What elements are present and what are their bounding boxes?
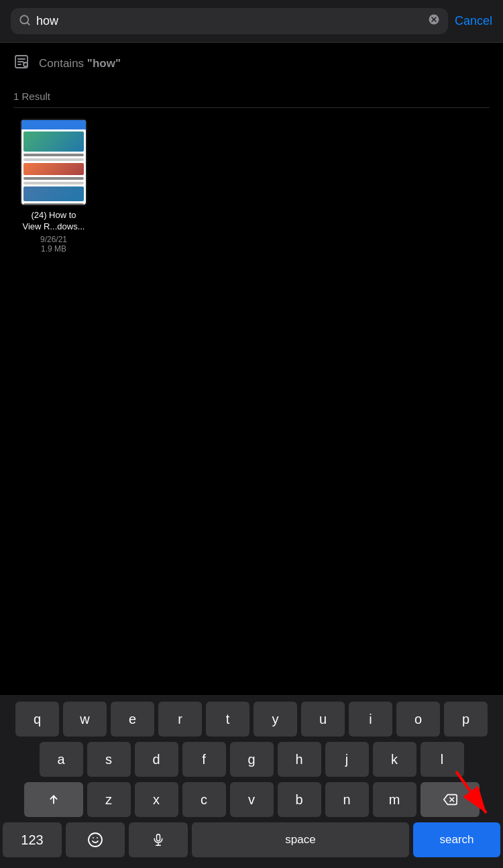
svg-line-1 <box>27 22 29 24</box>
key-v[interactable]: v <box>230 782 274 817</box>
key-a[interactable]: a <box>40 742 83 777</box>
clear-icon[interactable] <box>428 13 440 29</box>
contains-label: Contains "how" <box>39 57 121 70</box>
keyboard-row-4: 123 space search <box>3 822 500 857</box>
key-h[interactable]: h <box>278 742 321 777</box>
file-size: 1.9 MB <box>41 244 66 254</box>
keyboard-row-3: z x c v b n m <box>3 782 500 817</box>
key-e[interactable]: e <box>111 702 154 737</box>
search-input[interactable] <box>36 14 423 28</box>
key-j[interactable]: j <box>325 742 369 777</box>
key-o[interactable]: o <box>396 702 440 737</box>
file-date: 9/26/21 <box>40 235 67 244</box>
num-key[interactable]: 123 <box>3 822 62 857</box>
results-section: 1 Result (24) How toView R.. <box>0 84 503 254</box>
key-x[interactable]: x <box>135 782 178 817</box>
file-item[interactable]: (24) How toView R...dows... 9/26/21 1.9 … <box>13 119 94 254</box>
key-m[interactable]: m <box>373 782 416 817</box>
contains-icon <box>13 54 30 73</box>
key-f[interactable]: f <box>182 742 226 777</box>
file-name: (24) How toView R...dows... <box>23 210 85 233</box>
key-t[interactable]: t <box>206 702 249 737</box>
key-i[interactable]: i <box>349 702 392 737</box>
key-g[interactable]: g <box>230 742 274 777</box>
key-c[interactable]: c <box>182 782 226 817</box>
search-bar: Cancel <box>0 0 503 42</box>
key-z[interactable]: z <box>87 782 131 817</box>
svg-point-14 <box>89 833 102 847</box>
results-count: 1 Result <box>13 84 490 108</box>
key-y[interactable]: y <box>254 702 297 737</box>
mic-key[interactable] <box>129 822 188 857</box>
search-icon <box>19 14 31 29</box>
key-n[interactable]: n <box>325 782 369 817</box>
key-p[interactable]: p <box>444 702 488 737</box>
svg-rect-17 <box>157 834 160 841</box>
keyboard-row-1: q w e r t y u i o p <box>3 702 500 737</box>
keyboard: q w e r t y u i o p a s d f g h j k l z … <box>0 695 503 868</box>
contains-row[interactable]: Contains "how" <box>0 43 503 84</box>
shift-key[interactable] <box>24 782 83 817</box>
key-l[interactable]: l <box>421 742 464 777</box>
search-button[interactable]: search <box>413 822 500 857</box>
space-key[interactable]: space <box>192 822 409 857</box>
keyboard-row-2: a s d f g h j k l <box>3 742 500 777</box>
delete-key[interactable] <box>421 782 480 817</box>
key-k[interactable]: k <box>373 742 416 777</box>
key-u[interactable]: u <box>301 702 345 737</box>
key-w[interactable]: w <box>63 702 107 737</box>
search-input-wrap[interactable] <box>11 8 448 34</box>
emoji-key[interactable] <box>66 822 125 857</box>
key-s[interactable]: s <box>87 742 131 777</box>
key-d[interactable]: d <box>135 742 178 777</box>
key-q[interactable]: q <box>15 702 59 737</box>
key-b[interactable]: b <box>278 782 321 817</box>
cancel-button[interactable]: Cancel <box>455 14 492 28</box>
file-thumbnail <box>20 119 87 206</box>
key-r[interactable]: r <box>158 702 202 737</box>
